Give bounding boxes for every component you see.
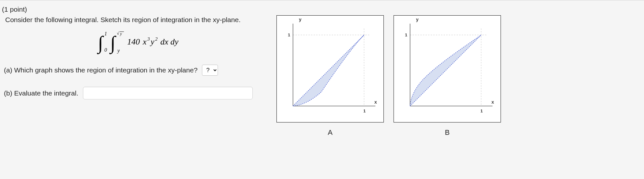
svg-line-18 — [293, 35, 364, 106]
figure-a-label: A — [328, 128, 333, 137]
svg-text:140: 140 — [127, 37, 140, 46]
figure-a: y x 1 1 — [276, 15, 384, 122]
fig-b-y-axis-label: y — [416, 17, 419, 22]
svg-text:x: x — [142, 37, 147, 46]
part-a-dropdown[interactable]: ? — [202, 65, 218, 76]
part-a-label: (a) Which graph shows the region of inte… — [4, 66, 197, 74]
svg-text:∫: ∫ — [97, 32, 104, 54]
svg-text:y: y — [119, 31, 122, 36]
part-b-label: (b) Evaluate the integral. — [4, 89, 78, 97]
svg-text:∫: ∫ — [109, 32, 116, 54]
svg-text:1: 1 — [104, 31, 107, 36]
points-label: (1 point) — [2, 6, 272, 13]
fig-a-x-tick-1: 1 — [363, 109, 366, 113]
figure-a-plot — [277, 16, 383, 122]
svg-text:dx dy: dx dy — [160, 37, 179, 46]
svg-text:2: 2 — [155, 36, 158, 42]
fig-b-y-tick-1: 1 — [405, 32, 407, 37]
figure-b: y x 1 1 — [394, 15, 501, 122]
fig-a-y-axis-label: y — [299, 17, 302, 22]
integral-display: ∫ 0 1 ∫ y √ y 140 x 3 y 2 dx dy — [2, 30, 272, 56]
svg-text:y: y — [117, 48, 120, 54]
part-b-input[interactable] — [83, 87, 253, 99]
fig-a-x-axis-label: x — [374, 99, 377, 105]
svg-text:y: y — [150, 37, 154, 46]
fig-a-y-tick-1: 1 — [288, 32, 290, 37]
problem-prompt: Consider the following integral. Sketch … — [5, 16, 272, 24]
fig-b-x-tick-1: 1 — [480, 109, 483, 113]
integral-svg: ∫ 0 1 ∫ y √ y 140 x 3 y 2 dx dy — [85, 30, 189, 56]
figure-b-label: B — [445, 128, 450, 137]
fig-b-x-axis-label: x — [491, 99, 494, 105]
svg-text:3: 3 — [147, 36, 150, 42]
svg-text:0: 0 — [104, 47, 107, 53]
figure-b-plot — [394, 16, 501, 122]
svg-text:√: √ — [117, 31, 119, 36]
